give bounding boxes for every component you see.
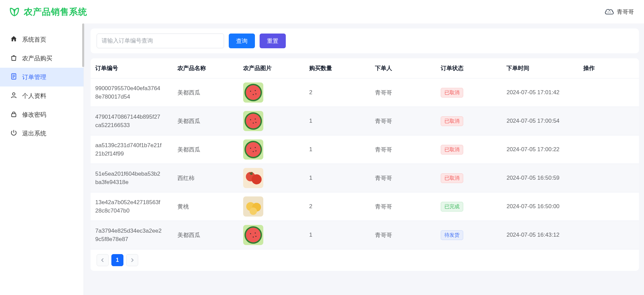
- sidebar-item-1[interactable]: 农产品购买: [0, 49, 84, 68]
- pager-page-1[interactable]: 1: [111, 254, 123, 266]
- th-2: 农产品图片: [238, 58, 304, 78]
- svg-point-11: [250, 91, 251, 92]
- svg-point-17: [246, 114, 261, 128]
- svg-point-39: [250, 233, 251, 234]
- sidebar-item-label: 订单管理: [22, 73, 46, 81]
- status-badge: 已完成: [441, 202, 463, 212]
- query-button[interactable]: 查询: [229, 34, 255, 48]
- order-id: 7a3794e825d34ec3a2ee29c5f8e78e87: [95, 227, 162, 244]
- product-image: [243, 225, 263, 245]
- svg-point-0: [608, 12, 608, 12]
- buyer: 青哥哥: [370, 135, 436, 164]
- product-image: [243, 82, 263, 103]
- svg-point-19: [255, 119, 256, 120]
- actions-cell: [579, 135, 639, 164]
- status-badge: 已取消: [441, 116, 463, 126]
- pager: 1: [91, 249, 639, 271]
- product-name: 黄桃: [173, 192, 238, 221]
- cloud-icon: [604, 7, 614, 16]
- qty: 1: [305, 135, 370, 164]
- sidebar: 系统首页农产品购买订单管理个人资料修改密码退出系统: [0, 23, 84, 295]
- svg-point-10: [246, 85, 261, 100]
- order-time: 2024-07-05 16:43:12: [502, 221, 579, 249]
- svg-point-42: [256, 236, 257, 237]
- table-row: aa5139c231d740f1b7e21f21b2f14f99美都西瓜1青哥哥…: [91, 135, 639, 164]
- order-time: 2024-07-05 16:50:59: [502, 164, 579, 192]
- brand: 农产品销售系统: [8, 6, 87, 18]
- th-4: 下单人: [370, 58, 436, 78]
- product-name: 美都西瓜: [173, 107, 238, 135]
- order-time: 2024-07-05 17:01:42: [502, 78, 579, 107]
- order-id: 51e5ea201f604beba53b2ba3fe94318e: [95, 170, 162, 187]
- order-time: 2024-07-05 16:50:00: [502, 192, 579, 221]
- table-row: 99000795570e40efa37648e780017d54美都西瓜2青哥哥…: [91, 78, 639, 107]
- svg-point-28: [256, 151, 257, 152]
- svg-point-35: [250, 208, 257, 215]
- qty: 1: [305, 221, 370, 249]
- logo-icon: [8, 6, 20, 18]
- buyer: 青哥哥: [370, 164, 436, 192]
- svg-point-21: [256, 122, 257, 123]
- reset-button[interactable]: 重置: [260, 34, 286, 48]
- table-panel: 订单编号农产品名称农产品图片购买数量下单人订单状态下单时间操作 99000795…: [91, 58, 639, 271]
- th-7: 操作: [579, 58, 639, 78]
- svg-point-20: [253, 123, 254, 124]
- svg-point-31: [252, 174, 262, 184]
- svg-point-27: [253, 151, 254, 152]
- actions-cell: [579, 78, 639, 107]
- buyer: 青哥哥: [370, 78, 436, 107]
- actions-cell: [579, 164, 639, 192]
- status-badge: 已取消: [441, 145, 463, 155]
- username: 青哥哥: [617, 8, 634, 16]
- pager-prev[interactable]: [97, 254, 109, 266]
- svg-point-24: [246, 142, 261, 157]
- order-id: 47901470867144b895f27ca522166533: [95, 113, 162, 130]
- orders-table: 订单编号农产品名称农产品图片购买数量下单人订单状态下单时间操作 99000795…: [91, 58, 639, 249]
- search-panel: 查询 重置: [91, 28, 639, 53]
- order-id: aa5139c231d740f1b7e21f21b2f14f99: [95, 141, 162, 158]
- sidebar-item-4[interactable]: 修改密码: [0, 105, 84, 124]
- bag-icon: [10, 54, 17, 63]
- table-row: 51e5ea201f604beba53b2ba3fe94318e西红柿1青哥哥已…: [91, 164, 639, 192]
- status-badge: 已取消: [441, 173, 463, 183]
- sidebar-item-2[interactable]: 订单管理: [0, 68, 84, 86]
- buyer: 青哥哥: [370, 192, 436, 221]
- sidebar-item-label: 退出系统: [22, 129, 46, 137]
- product-image: [243, 168, 263, 188]
- pager-next[interactable]: [126, 254, 138, 266]
- buyer: 青哥哥: [370, 107, 436, 135]
- app-title: 农产品销售系统: [24, 6, 87, 18]
- lock-icon: [10, 110, 17, 119]
- power-icon: [10, 129, 17, 138]
- product-image: [243, 139, 263, 160]
- order-time: 2024-07-05 17:00:54: [502, 107, 579, 135]
- user-area[interactable]: 青哥哥: [604, 7, 634, 16]
- svg-point-13: [253, 94, 254, 95]
- th-5: 订单状态: [436, 58, 502, 78]
- svg-point-18: [250, 119, 251, 120]
- sidebar-item-0[interactable]: 系统首页: [0, 30, 84, 49]
- order-id: 99000795570e40efa37648e780017d54: [95, 84, 162, 101]
- sidebar-item-5[interactable]: 退出系统: [0, 124, 84, 143]
- svg-point-41: [253, 237, 254, 238]
- svg-point-25: [250, 148, 251, 149]
- status-badge: 已取消: [441, 88, 463, 98]
- sidebar-item-label: 修改密码: [22, 111, 46, 119]
- search-input[interactable]: [97, 34, 224, 48]
- th-3: 购买数量: [305, 58, 370, 78]
- actions-cell: [579, 192, 639, 221]
- qty: 2: [305, 192, 370, 221]
- main: 查询 重置 订单编号农产品名称农产品图片购买数量下单人订单状态下单时间操作 99…: [84, 23, 644, 295]
- table-row: 7a3794e825d34ec3a2ee29c5f8e78e87美都西瓜1青哥哥…: [91, 221, 639, 249]
- svg-point-12: [255, 90, 256, 91]
- home-icon: [10, 35, 17, 44]
- product-name: 美都西瓜: [173, 221, 238, 249]
- product-name: 西红柿: [173, 164, 238, 192]
- sidebar-item-3[interactable]: 个人资料: [0, 86, 84, 105]
- sidebar-scrollbar[interactable]: [82, 23, 84, 67]
- qty: 2: [305, 78, 370, 107]
- status-badge: 待发货: [441, 230, 463, 240]
- header: 农产品销售系统 青哥哥: [0, 0, 644, 23]
- order-time: 2024-07-05 17:00:22: [502, 135, 579, 164]
- table-row: 13e42a7b052e42718563f28c8c7047b0黄桃2青哥哥已完…: [91, 192, 639, 221]
